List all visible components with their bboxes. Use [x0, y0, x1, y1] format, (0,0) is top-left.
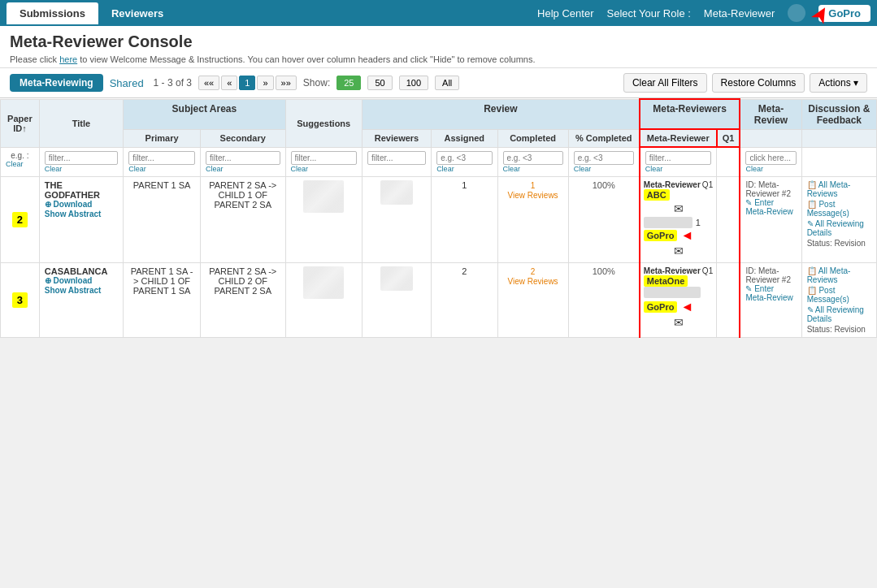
secondary-filter-input[interactable] — [206, 151, 280, 165]
assigned-cell-2: 2 — [432, 263, 497, 338]
envelope-icon-2[interactable]: ✉ — [644, 244, 713, 257]
blurred-row: 1 — [644, 217, 713, 228]
col-suggestions: Suggestions — [285, 99, 362, 147]
clear-pct[interactable]: Clear — [574, 165, 634, 173]
table-row: 2 THE GODFATHER ⊕ Download Show Abstract… — [1, 177, 877, 263]
blurred-name-2 — [644, 287, 701, 298]
suggestions-filter-input[interactable] — [291, 151, 357, 165]
submissions-table: Paper ID↑ Title Subject Areas Suggestion… — [0, 98, 877, 338]
clear-assigned[interactable]: Clear — [436, 165, 492, 173]
meta-review-cell-1: ID: Meta-Reviewer #2 ✎ Enter Meta-Review — [740, 177, 801, 263]
enter-meta-review-2[interactable]: ✎ Enter Meta-Review — [745, 284, 792, 302]
meta-reviewing-tag[interactable]: Meta-Reviewing — [10, 74, 103, 92]
filter-pct: Clear — [568, 147, 640, 177]
blurred-row-2 — [644, 287, 713, 300]
primary-cell: PARENT 1 SA — [124, 177, 201, 263]
assigned-filter-input[interactable] — [436, 151, 492, 165]
abc-name: ABC — [644, 189, 670, 201]
paper-title: THE GODFATHER — [45, 180, 100, 200]
role-selector[interactable]: Meta-Reviewer — [704, 7, 775, 19]
all-meta-reviews-2[interactable]: 📋 All Meta-Reviews — [807, 266, 871, 284]
tab-reviewers[interactable]: Reviewers — [98, 2, 176, 24]
envelope-icon-3[interactable]: ✉ — [644, 316, 713, 329]
page-prev[interactable]: « — [221, 76, 237, 90]
gopro-name-2: GoPro — [644, 301, 678, 313]
q1-label: Q1 — [702, 180, 713, 189]
reviewers-blurred — [380, 180, 413, 205]
abstract-link[interactable]: Show Abstract — [45, 210, 102, 218]
meta-reviewers-filter-input[interactable] — [645, 151, 711, 165]
envelope-1: ✉ — [644, 202, 713, 215]
status-1: Status: Revision — [807, 239, 871, 248]
user-avatar — [788, 4, 805, 22]
suggestions-blurred-2 — [303, 266, 344, 299]
show-label: Show: — [303, 77, 330, 89]
col-reviewers: Reviewers — [362, 129, 431, 147]
all-meta-reviews-1[interactable]: 📋 All Meta-Reviews — [807, 180, 871, 198]
clear-meta-review[interactable]: Clear — [745, 165, 796, 173]
actions-button[interactable]: Actions ▾ — [810, 73, 867, 93]
shared-link[interactable]: Shared — [110, 77, 144, 89]
download-link-2[interactable]: ⊕ Download — [45, 276, 118, 285]
restore-columns-button[interactable]: Restore Columns — [712, 73, 805, 93]
clear-meta-reviewers[interactable]: Clear — [645, 165, 711, 173]
col-assigned: Assigned — [432, 129, 497, 147]
view-reviews-link[interactable]: 1View Reviews — [508, 181, 558, 200]
meta-reviewer-label-row: Meta-Reviewer Q1 — [644, 180, 713, 189]
pct-filter-input[interactable] — [574, 151, 634, 165]
help-center-link[interactable]: Help Center — [537, 7, 593, 19]
all-reviewing-2[interactable]: ✎ All Reviewing Details — [807, 305, 871, 323]
post-messages-1[interactable]: 📋 Post Message(s) — [807, 200, 871, 218]
page-last[interactable]: »» — [276, 76, 297, 90]
completed-filter-input[interactable] — [503, 151, 563, 165]
assigned-cell: 1 — [432, 177, 497, 263]
gopro-name-1: GoPro — [644, 230, 678, 241]
clear-primary[interactable]: Clear — [128, 165, 195, 173]
clear-secondary[interactable]: Clear — [206, 165, 280, 173]
post-messages-2[interactable]: 📋 Post Message(s) — [807, 286, 871, 304]
count-1: 1 — [696, 218, 701, 227]
meta-review-filter-input[interactable] — [745, 151, 796, 165]
discussion-cell-1: 📋 All Meta-Reviews 📋 Post Message(s) ✎ A… — [801, 177, 876, 263]
col-q1: Q1 — [717, 129, 740, 147]
reviewers-filter-input[interactable] — [367, 151, 426, 165]
clear-all-filters-button[interactable]: Clear All Filters — [623, 73, 707, 93]
abstract-link-2[interactable]: Show Abstract — [45, 286, 102, 295]
clear-suggestions[interactable]: Clear — [291, 165, 357, 173]
filter-completed: Clear — [497, 147, 568, 177]
envelope-2: ✉ — [644, 244, 713, 257]
pct-cell-2: 100% — [568, 263, 640, 338]
title-filter-input[interactable] — [45, 151, 118, 165]
page-current[interactable]: 1 — [239, 76, 255, 90]
envelope-icon[interactable]: ✉ — [644, 202, 713, 215]
page-first[interactable]: «« — [198, 76, 219, 90]
download-link[interactable]: ⊕ Download — [45, 200, 118, 209]
blurred-name — [644, 217, 692, 228]
meta-review-cell-2: ID: Meta-Reviewer #2 ✎ Enter Meta-Review — [740, 263, 801, 338]
tab-submissions[interactable]: Submissions — [7, 2, 98, 24]
metaone-highlight: MetaOne — [644, 275, 713, 287]
gopro-row-2: GoPro ◄ — [644, 300, 713, 314]
col-discussion — [801, 129, 876, 147]
all-reviewing-1[interactable]: ✎ All Reviewing Details — [807, 219, 871, 237]
clear-title[interactable]: Clear — [45, 165, 118, 173]
show-all[interactable]: All — [435, 76, 459, 90]
primary-filter-input[interactable] — [128, 151, 195, 165]
welcome-link[interactable]: here — [59, 54, 77, 64]
view-reviews-link-2[interactable]: 2View Reviews — [508, 267, 558, 286]
filter-suggestions: Clear — [285, 147, 362, 177]
show-50[interactable]: 50 — [367, 76, 392, 90]
completed-cell-2: 2View Reviews — [497, 263, 568, 338]
clear-completed[interactable]: Clear — [503, 165, 563, 173]
page-next[interactable]: » — [257, 76, 273, 90]
show-100[interactable]: 100 — [399, 76, 428, 90]
show-25[interactable]: 25 — [336, 76, 361, 90]
table-row: 3 CASABLANCA ⊕ Download Show Abstract PA… — [1, 263, 877, 338]
group-review: Review — [362, 99, 639, 129]
meta-review-id-1: ID: Meta-Reviewer #2 — [745, 180, 796, 198]
pagination-info: 1 - 3 of 3 — [154, 77, 192, 89]
clear-paper-id[interactable]: Clear — [6, 160, 34, 168]
meta-reviewer-label-2: Meta-Reviewer — [644, 266, 701, 275]
page-title: Meta-Reviewer Console — [10, 32, 867, 51]
enter-meta-review-1[interactable]: ✎ Enter Meta-Review — [745, 198, 792, 216]
